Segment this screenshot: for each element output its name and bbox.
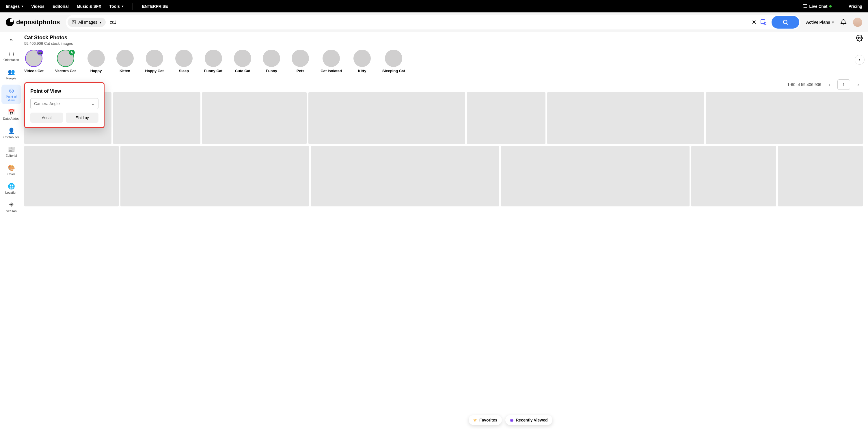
sidebar-item-label: People — [6, 76, 16, 80]
nav-music[interactable]: Music & SFX — [77, 4, 101, 9]
sidebar-item-contributor[interactable]: 👤Contributor — [1, 125, 21, 141]
nav-videos[interactable]: Videos — [31, 4, 44, 9]
chip-thumb — [263, 50, 280, 67]
nav-enterprise[interactable]: ENTERPRISE — [142, 4, 168, 9]
result-thumb[interactable] — [547, 92, 704, 144]
chip-cat-isolated[interactable]: Cat Isolated — [320, 50, 342, 73]
season-icon: ☀ — [9, 201, 14, 208]
chip-thumb — [322, 50, 340, 67]
chip-thumb — [116, 50, 134, 67]
result-thumb[interactable] — [311, 146, 499, 207]
people-icon: 👥 — [8, 68, 15, 75]
chip-thumb: 📷 — [25, 50, 42, 67]
result-thumb[interactable] — [308, 92, 465, 144]
page-prev-button[interactable]: ‹ — [825, 80, 834, 89]
sidebar-item-location[interactable]: 🌐Location — [1, 180, 21, 196]
search-field-wrap: All Images ▾ ✕ — [66, 15, 800, 29]
chip-happy-cat[interactable]: Happy Cat — [145, 50, 164, 73]
chip-vectors-cat[interactable]: ✎Vectors Cat — [55, 50, 76, 73]
sidebar-item-editorial[interactable]: 📰Editorial — [1, 144, 21, 160]
chip-label: Pets — [297, 69, 304, 73]
pov-option-aerial[interactable]: Aerial — [30, 113, 63, 123]
nav-editorial[interactable]: Editorial — [53, 4, 69, 9]
result-thumb[interactable] — [24, 146, 119, 207]
active-plans-button[interactable]: Active Plans ▾ — [806, 20, 834, 25]
chip-label: Kitty — [358, 69, 366, 73]
live-chat-label: Live Chat — [809, 4, 828, 9]
sidebar-item-label: Contributor — [3, 135, 19, 139]
chip-label: Vectors Cat — [55, 69, 76, 73]
nav-tools[interactable]: Tools — [110, 4, 123, 9]
plans-label: Active Plans — [806, 20, 830, 25]
select-label: Camera Angle — [34, 101, 60, 106]
visual-search-icon — [760, 19, 767, 26]
page-next-button[interactable]: › — [854, 80, 863, 89]
camera-angle-select[interactable]: Camera Angle ⌄ — [30, 98, 98, 109]
result-thumb[interactable] — [501, 146, 689, 207]
logo[interactable]: depositphotos — [6, 18, 60, 26]
sidebar-item-date[interactable]: 📅Date Added — [1, 106, 21, 123]
user-avatar[interactable] — [853, 18, 862, 27]
color-icon: 🎨 — [8, 164, 15, 171]
chip-funny[interactable]: Funny — [263, 50, 280, 73]
chip-sleeping-cat[interactable]: Sleeping Cat — [382, 50, 405, 73]
search-input[interactable] — [106, 20, 748, 25]
sidebar-item-label: Color — [7, 172, 15, 176]
calendar-icon: 📅 — [8, 109, 15, 116]
filter-sidebar: » ⬚Orientation 👥People ◎Point of View 📅D… — [0, 32, 23, 215]
result-thumb[interactable] — [202, 92, 307, 144]
page-number-input[interactable] — [837, 80, 850, 90]
sidebar-item-color[interactable]: 🎨Color — [1, 162, 21, 178]
popover-title: Point of View — [30, 88, 98, 94]
chip-funny-cat[interactable]: Funny Cat — [204, 50, 223, 73]
image-icon — [72, 20, 76, 25]
result-thumb[interactable] — [706, 92, 863, 144]
result-thumb[interactable] — [691, 146, 776, 207]
search-category-select[interactable]: All Images ▾ — [68, 18, 106, 27]
visual-search-button[interactable] — [760, 19, 772, 26]
chip-cute-cat[interactable]: Cute Cat — [234, 50, 251, 73]
chip-pets[interactable]: Pets — [292, 50, 309, 73]
chip-thumb — [88, 50, 105, 67]
sidebar-item-orientation[interactable]: ⬚Orientation — [1, 48, 21, 64]
chip-videos-cat[interactable]: 📷Videos Cat — [24, 50, 43, 73]
chip-label: Kitten — [120, 69, 130, 73]
result-thumb[interactable] — [467, 92, 546, 144]
svg-rect-2 — [761, 20, 765, 24]
pagination: 1-60 of 59,406,906 ‹ › — [787, 80, 863, 90]
search-button[interactable] — [772, 16, 799, 29]
nav-images[interactable]: Images — [6, 4, 23, 9]
chips-next-button[interactable]: › — [855, 55, 865, 65]
nav-pricing[interactable]: Pricing — [849, 4, 862, 9]
chip-sleep[interactable]: Sleep — [175, 50, 193, 73]
sidebar-item-pov[interactable]: ◎Point of View — [1, 85, 21, 104]
sidebar-item-season[interactable]: ☀Season — [1, 199, 21, 215]
sort-tabs: Best Match Fresh Popular Point of View C… — [24, 82, 88, 87]
status-dot — [829, 5, 832, 7]
search-category-label: All Images — [79, 20, 97, 25]
chip-thumb — [234, 50, 251, 67]
clear-search-button[interactable]: ✕ — [748, 19, 760, 26]
chip-label: Sleep — [179, 69, 189, 73]
logo-text: depositphotos — [16, 19, 60, 26]
chip-label: Funny — [266, 69, 277, 73]
logo-icon — [6, 18, 14, 26]
pov-option-flatlay[interactable]: Flat Lay — [66, 113, 98, 123]
result-thumb[interactable] — [113, 92, 200, 144]
sidebar-expand-button[interactable]: » — [1, 35, 21, 45]
chip-kitty[interactable]: Kitty — [353, 50, 371, 73]
live-chat-button[interactable]: Live Chat — [802, 4, 832, 9]
result-thumb[interactable] — [120, 146, 309, 207]
top-nav: Images Videos Editorial Music & SFX Tool… — [0, 0, 868, 12]
chip-thumb: ✎ — [57, 50, 74, 67]
sidebar-item-people[interactable]: 👥People — [1, 66, 21, 82]
settings-button[interactable] — [856, 35, 863, 41]
editorial-icon: 📰 — [8, 146, 15, 153]
chevron-down-icon: ⌄ — [91, 101, 95, 106]
notifications-button[interactable] — [840, 19, 847, 25]
result-thumb[interactable] — [778, 146, 863, 207]
sidebar-item-label: Date Added — [3, 117, 20, 120]
svg-point-4 — [783, 20, 787, 24]
chip-happy[interactable]: Happy — [88, 50, 105, 73]
chip-kitten[interactable]: Kitten — [116, 50, 134, 73]
